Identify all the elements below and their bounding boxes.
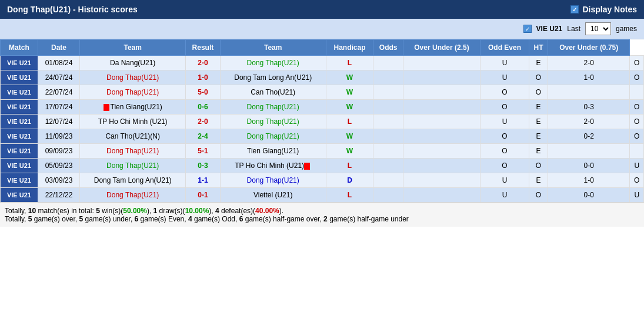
team1-cell: Da Nang(U21) [80,56,186,70]
table-row: VIE U2122/12/22Dong Thap(U21)0-1Viettel … [1,188,644,203]
date-cell: 17/07/24 [38,100,79,115]
result-cell: 2-0 [186,56,220,70]
over-under-25-cell: U [480,173,529,188]
result-cell: 5-0 [186,85,220,100]
wl-cell: W [326,70,373,85]
date-cell: 03/09/23 [38,173,79,188]
filter-checkbox[interactable]: ✓ [523,25,532,33]
table-header-row: Match Date Team Result Team Handicap Odd… [1,40,644,56]
date-cell: 11/09/23 [38,129,79,144]
col-over-under-075: Over Under (0.75) [548,40,630,56]
odd-even-cell: E [529,100,548,115]
wl-cell: W [326,144,373,159]
odds-cell [403,144,481,159]
wl-cell: W [326,85,373,100]
odds-cell [403,100,481,115]
match-cell: VIE U21 [1,100,38,115]
ht-cell: 2-0 [548,115,630,129]
team2-cell: Tien Giang(U21) [220,144,326,159]
wl-cell: W [326,129,373,144]
handicap-cell [373,56,403,70]
team1-cell: Dong Thap(U21) [80,159,186,173]
table-row: VIE U2122/07/24Dong Thap(U21)5-0Can Tho(… [1,85,644,100]
handicap-cell [373,159,403,173]
over-under-075-cell: O [630,70,644,85]
odds-cell [403,115,481,129]
team1-cell: Dong Thap(U21) [80,85,186,100]
team1-cell: Dong Thap(U21) [80,70,186,85]
ht-cell: 2-0 [548,56,630,70]
col-ht: HT [529,40,548,56]
handicap-cell [373,100,403,115]
match-cell: VIE U21 [1,129,38,144]
col-team1: Team [80,40,186,56]
team2-cell: Viettel (U21) [220,188,326,203]
team2-cell: TP Ho Chi Minh (U21) [220,159,326,173]
team2-cell: Dong Tam Long An(U21) [220,70,326,85]
scores-table: Match Date Team Result Team Handicap Odd… [0,39,644,203]
col-handicap: Handicap [326,40,373,56]
ht-cell: 1-0 [548,173,630,188]
team2-cell: Dong Thap(U21) [220,129,326,144]
over-under-25-cell: U [480,188,529,203]
handicap-cell [373,70,403,85]
odds-cell [403,56,481,70]
table-row: VIE U2105/09/23Dong Thap(U21)0-3TP Ho Ch… [1,159,644,173]
team1-cell: Tien Giang(U21) [80,100,186,115]
display-notes-checkbox[interactable]: ✓ [570,5,579,14]
col-odds: Odds [373,40,403,56]
wl-cell: W [326,100,373,115]
team1-cell: Dong Thap(U21) [80,188,186,203]
ht-cell: 0-0 [548,159,630,173]
result-cell: 0-3 [186,159,220,173]
col-date: Date [38,40,79,56]
odd-even-cell: E [529,144,548,159]
over-under-075-cell [630,144,644,159]
odd-even-cell: E [529,56,548,70]
col-odd-even: Odd Even [480,40,529,56]
odds-cell [403,85,481,100]
ht-cell: 0-3 [548,100,630,115]
odd-even-cell: O [529,85,548,100]
result-cell: 2-4 [186,129,220,144]
footer-summary: Totally, 10 match(es) in total: 5 win(s)… [5,207,639,215]
odds-cell [403,188,481,203]
match-cell: VIE U21 [1,56,38,70]
table-row: VIE U2124/07/24Dong Thap(U21)1-0Dong Tam… [1,70,644,85]
match-cell: VIE U21 [1,115,38,129]
ht-cell [548,85,630,100]
date-cell: 09/09/23 [38,144,79,159]
filter-label: VIE U21 [536,25,563,33]
team2-cell: Dong Thap(U21) [220,56,326,70]
over-under-25-cell: U [480,56,529,70]
table-row: VIE U2112/07/24TP Ho Chi Minh (U21)2-0Do… [1,115,644,129]
display-notes-label: Display Notes [582,5,637,14]
over-under-25-cell: U [480,115,529,129]
ht-cell: 0-0 [548,188,630,203]
odds-cell [403,70,481,85]
odds-cell [403,173,481,188]
team2-cell: Dong Thap(U21) [220,100,326,115]
filter-bar: ✓ VIE U21 Last 10 20 30 games [0,19,644,39]
over-under-25-cell: O [480,129,529,144]
odd-even-cell: E [529,129,548,144]
col-over-under-25: Over Under (2.5) [403,40,481,56]
red-card-icon [104,104,109,111]
wl-cell: L [326,188,373,203]
filter-games-select[interactable]: 10 20 30 [585,22,611,35]
over-under-25-cell: O [480,144,529,159]
team1-cell: TP Ho Chi Minh (U21) [80,115,186,129]
over-under-075-cell: O [630,129,644,144]
over-under-075-cell: U [630,159,644,173]
team2-cell: Dong Thap(U21) [220,115,326,129]
page-title: Dong Thap(U21) - Historic scores [7,5,138,14]
over-under-25-cell: U [480,70,529,85]
odds-cell [403,129,481,144]
team1-cell: Can Tho(U21)(N) [80,129,186,144]
date-cell: 01/08/24 [38,56,79,70]
wl-cell: L [326,159,373,173]
result-cell: 0-6 [186,100,220,115]
col-team2: Team [220,40,326,56]
ht-cell: 0-2 [548,129,630,144]
wl-cell: L [326,115,373,129]
